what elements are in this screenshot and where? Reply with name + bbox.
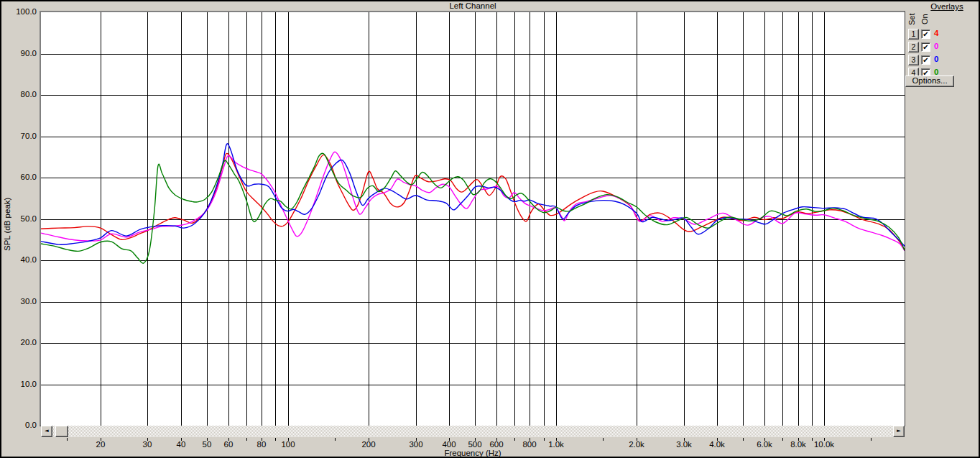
x-tick-label: 30 (143, 440, 152, 449)
y-tick-label: 20.0 (0, 338, 37, 347)
y-tick-label: 80.0 (0, 90, 37, 99)
y-tick-label: 70.0 (0, 132, 37, 141)
x-tick-label: 200 (361, 440, 375, 449)
plot-svg (41, 12, 905, 426)
y-tick-label: 0.0 (0, 421, 37, 430)
scroll-left-button[interactable]: ◄ (41, 426, 52, 437)
x-tick-label: 6.0k (757, 440, 772, 449)
overlay-value-3: 0 (934, 55, 938, 63)
x-tick-label: 50 (203, 440, 212, 449)
overlay-value-2: 0 (934, 42, 938, 50)
x-tick-label: 3.0k (676, 440, 692, 449)
y-tick-label: 30.0 (0, 297, 37, 306)
plot-area (40, 11, 905, 426)
x-tick-label: 20 (96, 440, 106, 449)
y-tick-label: 60.0 (0, 173, 37, 182)
x-tick-label: 10.0k (814, 440, 834, 449)
overlay-2-curve (41, 152, 905, 251)
x-tick-label: 40 (177, 440, 186, 449)
y-axis-title: SPL (dB peak) (2, 181, 12, 267)
x-tick-label: 2.0k (629, 440, 644, 449)
scroll-left-icon: ◄ (45, 428, 48, 434)
app-window: Left Channel SPL (dB peak) 100.090.080.0… (0, 0, 980, 458)
y-tick-label: 10.0 (0, 380, 37, 389)
x-tick-label: 400 (442, 440, 456, 449)
x-tick-label: 80 (257, 440, 267, 449)
x-tick-label: 1.0k (548, 440, 564, 449)
x-tick-label: 500 (468, 440, 481, 449)
x-axis-title: Frequency (Hz) (41, 449, 905, 457)
overlay-set-button-2[interactable]: 2 (908, 42, 919, 52)
scroll-right-icon: ► (897, 428, 900, 434)
x-tick-label: 600 (489, 440, 503, 449)
overlay-set-button-3[interactable]: 3 (908, 55, 919, 65)
x-tick-label: 4.0k (709, 440, 725, 449)
x-tick-label: 8.0k (790, 440, 806, 449)
y-tick-label: 50.0 (0, 214, 37, 224)
y-tick-label: 100.0 (0, 7, 37, 17)
x-tick-label: 60 (224, 440, 234, 449)
scroll-right-button[interactable]: ► (893, 426, 905, 437)
overlay-4-curve (41, 153, 905, 263)
overlay-on-checkbox-3[interactable]: ✔ (921, 55, 930, 65)
overlays-on-column-header: On (920, 10, 931, 29)
overlay-on-checkbox-2[interactable]: ✔ (921, 42, 930, 52)
scrollbar-thumb[interactable] (55, 426, 68, 437)
y-tick-label: 40.0 (0, 255, 37, 265)
overlay-on-checkbox-1[interactable]: ✔ (921, 29, 930, 39)
y-tick-label: 90.0 (0, 49, 37, 58)
x-tick-label: 800 (522, 440, 536, 449)
x-tick-label: 300 (409, 440, 422, 449)
options-button[interactable]: Options... (905, 75, 954, 87)
chart-title: Left Channel (41, 1, 905, 10)
overlays-set-column-header: Set (907, 10, 918, 29)
frequency-scrollbar[interactable]: ◄ ► (41, 426, 905, 437)
overlay-1-curve (41, 153, 905, 249)
overlay-set-button-1[interactable]: 1 (908, 29, 919, 40)
x-tick-label: 100 (281, 440, 295, 449)
overlay-value-1: 4 (934, 29, 938, 37)
overlay-3-curve (41, 144, 905, 247)
